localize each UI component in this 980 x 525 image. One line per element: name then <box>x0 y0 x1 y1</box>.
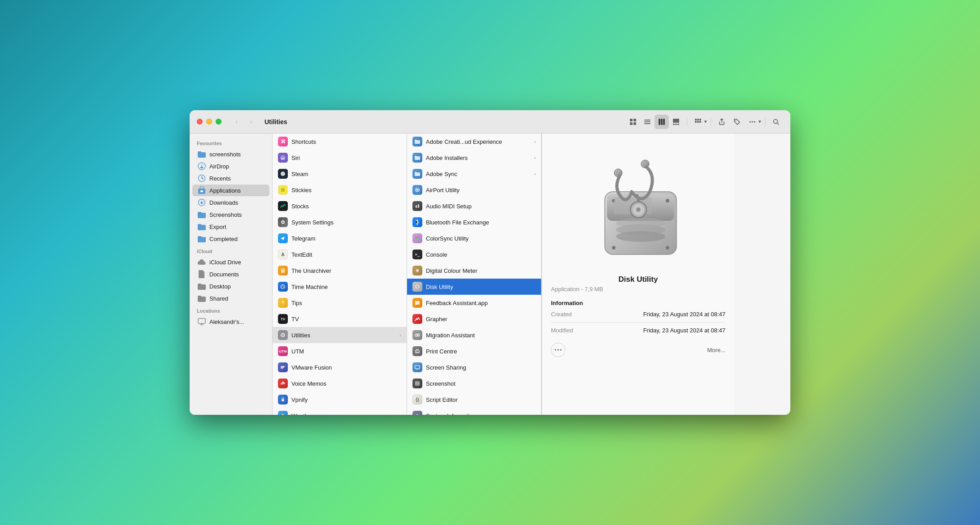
view-columns-button[interactable] <box>655 115 669 129</box>
list-item[interactable]: Stocks <box>273 198 407 214</box>
list-item-disk-utility[interactable]: Disk Utility <box>407 279 541 295</box>
more-label[interactable]: More... <box>707 347 725 353</box>
list-item[interactable]: Audio MIDI Setup <box>407 198 541 214</box>
folder-icon <box>198 294 206 302</box>
svg-rect-19 <box>699 121 701 123</box>
search-button[interactable] <box>769 115 783 129</box>
list-item[interactable]: Stickies <box>273 182 407 198</box>
svg-rect-2 <box>630 122 633 125</box>
apps-grid-button[interactable] <box>691 115 705 129</box>
svg-rect-55 <box>416 352 419 353</box>
minimize-button[interactable] <box>206 119 212 125</box>
svg-point-67 <box>612 246 616 250</box>
list-item[interactable]: Feedback Assistant.app <box>407 295 541 311</box>
list-item[interactable]: ⚙ System Settings <box>273 214 407 230</box>
close-button[interactable] <box>197 119 203 125</box>
list-item[interactable]: {} Script Editor <box>407 392 541 408</box>
view-list-button[interactable] <box>640 115 655 129</box>
sidebar-item-desktop[interactable]: Desktop <box>192 280 269 292</box>
list-item[interactable]: TV TV <box>273 311 407 327</box>
favourites-header: Favourites <box>190 137 272 148</box>
icloud-header: iCloud <box>190 245 272 256</box>
list-item[interactable]: A TextEdit <box>273 246 407 262</box>
sidebar-item-icloud-drive[interactable]: iCloud Drive <box>192 256 269 268</box>
svg-rect-0 <box>630 119 633 121</box>
svg-rect-38 <box>282 399 284 401</box>
list-item[interactable]: Siri <box>273 150 407 166</box>
list-item[interactable]: Grapher <box>407 311 541 327</box>
svg-rect-12 <box>675 124 677 125</box>
svg-point-37 <box>282 335 284 336</box>
sidebar-item-documents[interactable]: Documents <box>192 268 269 280</box>
airdrop-icon <box>198 162 206 170</box>
list-item[interactable]: Voice Memos <box>273 375 407 392</box>
sidebar-item-airdrop[interactable]: AirDrop <box>192 160 269 172</box>
list-item[interactable]: ColorSync Utility <box>407 230 541 246</box>
stickies-icon <box>278 185 288 195</box>
list-item[interactable]: Adobe Installers › <box>407 150 541 166</box>
list-item[interactable]: AirPort Utility <box>407 182 541 198</box>
screen-sharing-icon <box>412 362 422 372</box>
sidebar-item-screenshots[interactable]: screenshots <box>192 148 269 160</box>
sidebar-item-applications[interactable]: Applications <box>192 185 269 196</box>
modified-label: Modified <box>551 327 573 334</box>
svg-rect-18 <box>697 121 699 123</box>
columns-area: ⌘ Shortcuts Siri Steam <box>273 133 790 415</box>
list-item[interactable]: Print Centre <box>407 343 541 359</box>
svg-point-32 <box>281 172 285 176</box>
console-icon: >_ <box>412 250 422 259</box>
more-actions-button[interactable] <box>745 115 759 129</box>
list-item-utilities[interactable]: Utilities › <box>273 327 407 343</box>
siri-icon <box>278 153 288 163</box>
list-item[interactable]: Adobe Sync › <box>407 166 541 182</box>
sidebar-item-shared[interactable]: Shared <box>192 293 269 304</box>
list-item[interactable]: ? Tips <box>273 295 407 311</box>
svg-point-59 <box>417 414 418 415</box>
nav-buttons: ‹ › <box>230 116 257 128</box>
list-item[interactable]: Screenshot <box>407 375 541 392</box>
tv-icon: TV <box>278 314 288 324</box>
sidebar-item-completed[interactable]: Completed <box>192 233 269 245</box>
list-item[interactable]: VMware Fusion <box>273 359 407 375</box>
svg-point-23 <box>754 121 755 122</box>
audio-midi-icon <box>412 201 422 211</box>
svg-rect-11 <box>673 124 675 125</box>
sidebar-item-aleksandr[interactable]: Aleksandr's... <box>192 316 269 327</box>
sidebar-item-export[interactable]: Export <box>192 221 269 232</box>
maximize-button[interactable] <box>216 119 221 125</box>
list-item[interactable]: The Unarchiver <box>273 262 407 279</box>
svg-rect-5 <box>644 121 650 122</box>
unarchiver-icon <box>278 266 288 275</box>
preview-icon-area <box>571 142 706 268</box>
view-gallery-button[interactable] <box>669 115 683 129</box>
list-item[interactable]: Screen Sharing <box>407 359 541 375</box>
bluetooth-exchange-icon <box>412 217 422 227</box>
svg-rect-17 <box>695 121 697 123</box>
list-item[interactable]: System Information <box>407 408 541 415</box>
modified-row: Modified Friday, 23 August 2024 at 08:47 <box>551 327 725 334</box>
sidebar-item-recents[interactable]: Recents <box>192 172 269 184</box>
share-button[interactable] <box>715 115 729 129</box>
list-item[interactable]: Migration Assistant <box>407 327 541 343</box>
sidebar-item-downloads[interactable]: Downloads <box>192 197 269 208</box>
list-item[interactable]: Bluetooth File Exchange <box>407 214 541 230</box>
forward-button[interactable]: › <box>245 116 257 128</box>
list-item[interactable]: Weather <box>273 408 407 415</box>
weather-icon <box>278 411 288 415</box>
list-item[interactable]: Vpnify <box>273 392 407 408</box>
list-item[interactable]: UTM UTM <box>273 343 407 359</box>
back-button[interactable]: ‹ <box>230 116 243 128</box>
list-item[interactable]: Adobe Creati...ud Experience › <box>407 133 541 150</box>
svg-point-49 <box>416 270 418 271</box>
list-item[interactable]: ⌘ Shortcuts <box>273 133 407 150</box>
sidebar-item-label: Desktop <box>209 283 231 290</box>
list-item[interactable]: Steam <box>273 166 407 182</box>
list-item[interactable]: Telegram <box>273 230 407 246</box>
tag-button[interactable] <box>730 115 744 129</box>
list-item[interactable]: Digital Colour Meter <box>407 262 541 279</box>
list-item[interactable]: Time Machine <box>273 279 407 295</box>
view-icons-button[interactable] <box>626 115 640 129</box>
sidebar-item-screenshots2[interactable]: Screenshots <box>192 209 269 220</box>
list-item[interactable]: >_ Console <box>407 246 541 262</box>
more-icon-button[interactable] <box>551 343 565 357</box>
